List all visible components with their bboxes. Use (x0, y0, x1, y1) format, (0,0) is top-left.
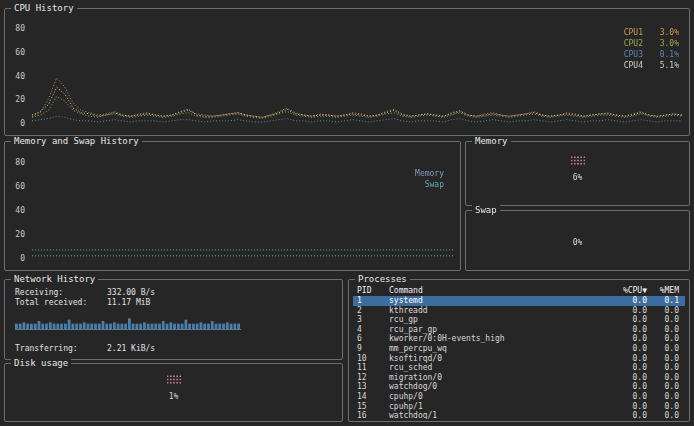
process-pid: 15 (357, 402, 383, 412)
memory-panel: Memory 6% (465, 141, 690, 206)
process-row[interactable]: 2kthreadd0.00.0 (353, 306, 685, 316)
memswap-legend-item: Memory (415, 168, 444, 179)
process-command: cpuhp/0 (383, 392, 611, 402)
receiving-label: Receiving: (15, 288, 107, 297)
transferring-value: 2.21 KiB/s (107, 344, 155, 353)
process-command: mm_percpu_wq (383, 344, 611, 354)
network-history-title: Network History (11, 274, 98, 285)
process-mem: 0.0 (647, 382, 681, 392)
process-command: watchdog/1 (383, 411, 611, 419)
process-row[interactable]: 6kworker/0:0H-events_high0.00.0 (353, 334, 685, 344)
process-row[interactable]: 10ksoftirqd/00.00.0 (353, 354, 685, 364)
memory-usage-icon (571, 156, 585, 165)
process-row[interactable]: 4rcu_par_gp0.00.0 (353, 325, 685, 335)
cpu-history-panel: CPU History 806040200 CPU13.0%CPU23.0%CP… (4, 8, 690, 136)
process-row[interactable]: 15cpuhp/10.00.0 (353, 402, 685, 412)
memory-percent: 6% (466, 173, 689, 182)
process-command: ksoftirqd/0 (383, 354, 611, 364)
y-tick-label: 60 (7, 49, 25, 57)
y-tick-label: 80 (7, 159, 25, 167)
process-command: watchdog/0 (383, 382, 611, 392)
process-cpu: 0.0 (611, 325, 647, 335)
column-header-pid[interactable]: PID (357, 285, 383, 296)
process-row[interactable]: 12migration/00.00.0 (353, 373, 685, 383)
process-cpu: 0.0 (611, 315, 647, 325)
process-row[interactable]: 11rcu_sched0.00.0 (353, 363, 685, 373)
process-cpu: 0.0 (611, 363, 647, 373)
processes-rows: 1systemd0.00.12kthreadd0.00.03rcu_gp0.00… (353, 296, 685, 419)
cpu-history-chart (31, 19, 683, 123)
processes-title: Processes (355, 274, 410, 285)
network-history-panel: Network History Receiving:332.00 B/s Tot… (4, 279, 343, 360)
process-command: systemd (383, 296, 611, 306)
process-mem: 0.0 (647, 411, 681, 419)
process-cpu: 0.0 (611, 411, 647, 419)
processes-panel: Processes PID Command %CPU▼ %MEM 1system… (348, 279, 690, 422)
memswap-history-title: Memory and Swap History (11, 136, 142, 147)
process-row[interactable]: 9mm_percpu_wq0.00.0 (353, 344, 685, 354)
total-received-value: 11.17 MiB (107, 298, 150, 307)
memswap-history-chart (31, 152, 454, 258)
process-pid: 2 (357, 306, 383, 316)
process-cpu: 0.0 (611, 373, 647, 383)
process-cpu: 0.0 (611, 392, 647, 402)
y-tick-label: 0 (7, 255, 25, 263)
process-mem: 0.0 (647, 363, 681, 373)
network-sparkline-chart (15, 313, 241, 330)
process-pid: 6 (357, 334, 383, 344)
process-mem: 0.0 (647, 402, 681, 412)
cpu-legend-item: CPU30.1% (624, 49, 679, 60)
cpu-legend: CPU13.0%CPU23.0%CPU30.1%CPU45.1% (624, 27, 679, 71)
y-tick-label: 20 (7, 96, 25, 104)
process-command: cpuhp/1 (383, 402, 611, 412)
process-mem: 0.0 (647, 334, 681, 344)
memswap-legend-item: Swap (415, 179, 444, 190)
process-row[interactable]: 13watchdog/00.00.0 (353, 382, 685, 392)
processes-header-row[interactable]: PID Command %CPU▼ %MEM (353, 285, 685, 296)
disk-percent: 1% (5, 392, 342, 401)
swap-percent: 0% (466, 238, 689, 247)
y-tick-label: 40 (7, 207, 25, 215)
process-cpu: 0.0 (611, 306, 647, 316)
receiving-value: 332.00 B/s (107, 288, 155, 297)
network-receiving-line: Receiving:332.00 B/s (15, 288, 155, 297)
process-mem: 0.0 (647, 344, 681, 354)
transferring-label: Transferring: (15, 344, 107, 353)
process-pid: 10 (357, 354, 383, 364)
memswap-legend: MemorySwap (415, 168, 444, 190)
y-tick-label: 60 (7, 183, 25, 191)
process-pid: 13 (357, 382, 383, 392)
column-header-mem[interactable]: %MEM (647, 285, 681, 296)
column-header-cpu[interactable]: %CPU▼ (611, 285, 647, 296)
process-cpu: 0.0 (611, 344, 647, 354)
cpu-legend-item: CPU13.0% (624, 27, 679, 38)
memory-title: Memory (472, 136, 511, 147)
process-row[interactable]: 3rcu_gp0.00.0 (353, 315, 685, 325)
process-pid: 1 (357, 296, 383, 306)
process-row[interactable]: 16watchdog/10.00.0 (353, 411, 685, 419)
process-cpu: 0.0 (611, 402, 647, 412)
cpu-history-title: CPU History (11, 3, 77, 14)
process-mem: 0.0 (647, 373, 681, 383)
y-tick-label: 20 (7, 231, 25, 239)
process-cpu: 0.0 (611, 354, 647, 364)
total-received-label: Total received: (15, 298, 107, 307)
process-pid: 3 (357, 315, 383, 325)
process-command: kthreadd (383, 306, 611, 316)
column-header-command[interactable]: Command (383, 285, 611, 296)
process-mem: 0.0 (647, 325, 681, 335)
cpu-legend-item: CPU45.1% (624, 60, 679, 71)
process-command: rcu_gp (383, 315, 611, 325)
process-pid: 14 (357, 392, 383, 402)
process-pid: 11 (357, 363, 383, 373)
y-tick-label: 80 (7, 25, 25, 33)
processes-table: PID Command %CPU▼ %MEM 1systemd0.00.12kt… (353, 285, 685, 419)
process-cpu: 0.0 (611, 296, 647, 306)
y-tick-label: 0 (7, 120, 25, 128)
process-row[interactable]: 14cpuhp/00.00.0 (353, 392, 685, 402)
process-row[interactable]: 1systemd0.00.1 (353, 296, 685, 306)
process-pid: 16 (357, 411, 383, 419)
process-command: rcu_sched (383, 363, 611, 373)
process-command: kworker/0:0H-events_high (383, 334, 611, 344)
swap-panel: Swap 0% (465, 210, 690, 271)
